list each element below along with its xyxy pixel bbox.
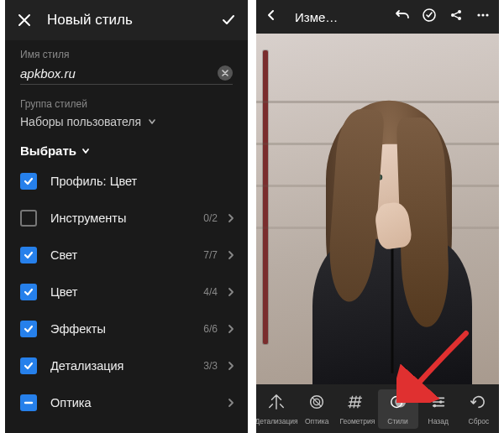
tool-label: Назад xyxy=(428,417,449,425)
option-label: Оптика xyxy=(50,396,218,410)
tool-сброс[interactable]: Сброс xyxy=(459,393,499,425)
accept-icon[interactable] xyxy=(422,8,437,26)
tool-icon xyxy=(389,393,407,415)
svg-point-2 xyxy=(458,10,461,13)
option-count: 4/4 xyxy=(203,286,218,298)
tool-label: Сброс xyxy=(469,417,490,425)
tool-icon xyxy=(267,393,286,415)
undo-icon[interactable] xyxy=(395,8,410,26)
option-row[interactable]: Профиль: Цвет xyxy=(5,163,248,200)
option-row[interactable]: Свет7/7 xyxy=(5,237,248,274)
confirm-icon[interactable] xyxy=(221,13,236,28)
style-name-field: Имя стиля apkbox.ru xyxy=(5,40,248,90)
chevron-right-icon xyxy=(226,324,236,334)
svg-point-4 xyxy=(477,13,480,16)
checkbox[interactable] xyxy=(20,284,37,300)
editor-title[interactable]: Изме… xyxy=(295,10,338,24)
editor-header: Изме… xyxy=(256,0,499,34)
clear-icon[interactable] xyxy=(218,65,233,81)
style-group-field: Группа стилей Наборы пользователя xyxy=(5,90,248,133)
share-icon[interactable] xyxy=(449,8,464,26)
option-count: 3/3 xyxy=(203,360,218,372)
tool-icon xyxy=(429,393,448,415)
checkbox[interactable] xyxy=(20,321,37,337)
close-icon[interactable] xyxy=(17,13,32,28)
chevron-right-icon xyxy=(226,213,236,223)
svg-point-6 xyxy=(486,13,488,16)
tool-icon xyxy=(470,393,488,415)
tool-label: Детализация xyxy=(256,417,298,425)
style-group-label: Группа стилей xyxy=(20,98,233,110)
tool-стили[interactable]: Стили xyxy=(378,389,418,429)
photo-preview[interactable] xyxy=(256,34,499,384)
svg-point-5 xyxy=(481,13,484,16)
style-group-dropdown[interactable]: Наборы пользователя xyxy=(20,115,233,128)
option-label: Цвет xyxy=(50,285,203,299)
new-style-panel: Новый стиль Имя стиля apkbox.ru Группа с… xyxy=(5,0,248,433)
tool-оптика[interactable]: Оптика xyxy=(297,393,337,425)
chevron-right-icon xyxy=(226,398,236,408)
editor-panel: Изме… ДетализацияОптикаГеометрияСтилиНаз… xyxy=(256,0,499,433)
svg-point-3 xyxy=(458,17,461,20)
option-label: Профиль: Цвет xyxy=(50,175,236,188)
svg-point-13 xyxy=(433,404,436,407)
chevron-right-icon xyxy=(226,287,236,297)
option-count: 0/2 xyxy=(203,212,218,224)
option-label: Эффекты xyxy=(50,322,203,336)
select-dropdown[interactable]: Выбрать xyxy=(5,133,248,163)
checkbox[interactable] xyxy=(20,247,37,263)
chevron-down-icon xyxy=(148,115,156,128)
bottom-toolbar: ДетализацияОптикаГеометрияСтилиНазадСбро… xyxy=(256,384,499,433)
header-bar: Новый стиль xyxy=(5,0,248,40)
option-row[interactable]: Детализация3/3 xyxy=(5,347,248,384)
checkbox[interactable] xyxy=(20,394,37,411)
tool-label: Оптика xyxy=(305,417,329,425)
tool-icon xyxy=(307,393,326,415)
svg-point-12 xyxy=(439,400,443,404)
style-name-input[interactable]: apkbox.ru xyxy=(20,66,218,81)
header-title: Новый стиль xyxy=(47,12,221,29)
option-label: Детализация xyxy=(50,359,203,373)
tool-label: Стили xyxy=(387,417,408,425)
tool-назад[interactable]: Назад xyxy=(418,393,459,425)
option-count: 6/6 xyxy=(203,323,218,335)
tool-геометрия[interactable]: Геометрия xyxy=(337,393,377,425)
chevron-right-icon xyxy=(226,250,236,260)
svg-point-1 xyxy=(451,13,454,17)
option-row[interactable]: Оптика xyxy=(5,384,248,421)
select-label: Выбрать xyxy=(20,143,76,158)
more-icon[interactable] xyxy=(475,8,491,26)
checkbox[interactable] xyxy=(20,173,37,190)
option-label: Свет xyxy=(50,248,203,262)
option-count: 7/7 xyxy=(203,249,218,261)
chevron-down-icon xyxy=(81,143,90,158)
checkbox[interactable] xyxy=(20,357,37,374)
checkbox[interactable] xyxy=(20,210,37,227)
option-row[interactable]: Инструменты0/2 xyxy=(5,200,248,237)
tool-icon xyxy=(348,393,366,415)
svg-point-10 xyxy=(395,396,406,407)
chevron-right-icon xyxy=(226,361,236,371)
back-icon[interactable] xyxy=(265,8,278,25)
tool-label: Геометрия xyxy=(340,417,375,425)
option-row[interactable]: Цвет4/4 xyxy=(5,274,248,310)
options-list: Профиль: ЦветИнструменты0/2Свет7/7Цвет4/… xyxy=(5,163,248,421)
style-group-value: Наборы пользователя xyxy=(20,115,141,128)
style-name-label: Имя стиля xyxy=(20,49,233,60)
svg-point-11 xyxy=(434,396,438,399)
option-label: Инструменты xyxy=(50,211,203,225)
option-row[interactable]: Эффекты6/6 xyxy=(5,310,248,347)
tool-детализация[interactable]: Детализация xyxy=(256,393,297,425)
